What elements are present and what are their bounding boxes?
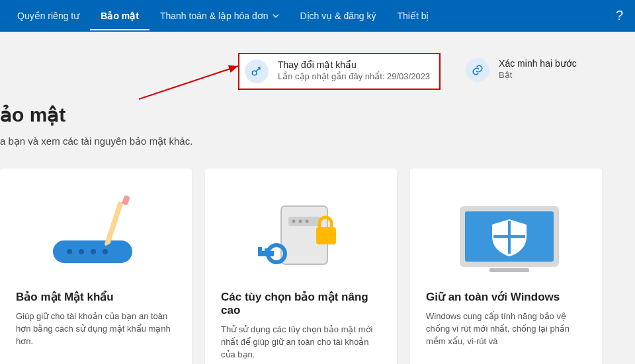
svg-point-3 xyxy=(67,249,72,254)
tab-label: Thanh toán & lập hóa đơn xyxy=(160,11,269,21)
page-title: ảo mật xyxy=(0,96,635,135)
tab-label: Quyền riêng tư xyxy=(17,11,79,21)
tab-services[interactable]: Dịch vụ & đăng ký xyxy=(290,1,387,30)
svg-rect-20 xyxy=(265,248,268,256)
two-step-tile[interactable]: Xác minh hai bước Bật xyxy=(460,53,586,90)
tab-label: Thiết bị xyxy=(397,11,429,21)
password-illustration xyxy=(16,184,176,283)
svg-rect-7 xyxy=(104,201,123,246)
card-windows[interactable]: Giữ an toàn với Windows Windows cung cấp… xyxy=(410,168,602,364)
card-title: Các tùy chọn bảo mật nâng cao xyxy=(221,290,381,317)
tile-title: Xác minh hai bước xyxy=(499,58,577,69)
svg-point-5 xyxy=(91,249,96,254)
quick-links-row: Thay đổi mật khẩu Lần cập nhật gần đây n… xyxy=(0,32,635,96)
key-icon xyxy=(245,59,269,83)
card-advanced[interactable]: Các tùy chọn bảo mật nâng cao Thử sử dụn… xyxy=(205,168,397,364)
tile-subtitle: Bật xyxy=(499,70,577,80)
tile-title: Thay đổi mật khẩu xyxy=(278,59,430,70)
page-body: ảo mật a bạn và xem các tài nguyên bảo m… xyxy=(0,96,635,364)
page-subtitle: a bạn và xem các tài nguyên bảo mật khác… xyxy=(0,135,635,147)
tab-security[interactable]: Bảo mật xyxy=(90,1,149,30)
svg-rect-16 xyxy=(316,227,336,244)
svg-rect-25 xyxy=(493,235,525,238)
tab-billing[interactable]: Thanh toán & lập hóa đơn xyxy=(149,1,290,30)
top-nav: Quyền riêng tư Bảo mật Thanh toán & lập … xyxy=(0,0,635,32)
security-cards: Bảo mật Mật khẩu Giúp giữ cho tài khoản … xyxy=(0,168,635,364)
tile-text: Thay đổi mật khẩu Lần cập nhật gần đây n… xyxy=(278,59,430,81)
help-icon[interactable]: ? xyxy=(616,8,623,23)
tab-privacy[interactable]: Quyền riêng tư xyxy=(7,1,90,30)
card-password[interactable]: Bảo mật Mật khẩu Giúp giữ cho tài khoản … xyxy=(0,168,192,364)
link-icon xyxy=(466,58,489,82)
svg-point-13 xyxy=(292,220,296,223)
card-desc: Windows cung cấp tính năng bảo vệ chống … xyxy=(426,310,586,348)
svg-rect-9 xyxy=(122,195,130,205)
change-password-tile[interactable]: Thay đổi mật khẩu Lần cập nhật gần đây n… xyxy=(238,53,441,90)
svg-rect-19 xyxy=(258,247,262,256)
advanced-illustration xyxy=(221,184,381,283)
svg-rect-23 xyxy=(489,268,529,272)
tab-label: Dịch vụ & đăng ký xyxy=(300,11,376,21)
card-desc: Thử sử dụng các tùy chọn bảo mật mới nhấ… xyxy=(221,324,381,361)
svg-point-14 xyxy=(299,220,302,223)
chevron-down-icon xyxy=(273,14,279,18)
svg-point-6 xyxy=(103,249,108,254)
card-desc: Giúp giữ cho tài khoản của bạn an toàn h… xyxy=(16,310,176,348)
tile-text: Xác minh hai bước Bật xyxy=(499,58,577,80)
tile-subtitle: Lần cập nhật gần đây nhất: 29/03/2023 xyxy=(278,71,430,81)
card-title: Bảo mật Mật khẩu xyxy=(16,290,176,304)
svg-point-4 xyxy=(79,249,84,254)
svg-point-15 xyxy=(306,220,309,223)
card-title: Giữ an toàn với Windows xyxy=(426,290,586,304)
tab-devices[interactable]: Thiết bị xyxy=(386,1,439,30)
windows-illustration xyxy=(426,184,586,283)
tab-label: Bảo mật xyxy=(101,11,139,21)
